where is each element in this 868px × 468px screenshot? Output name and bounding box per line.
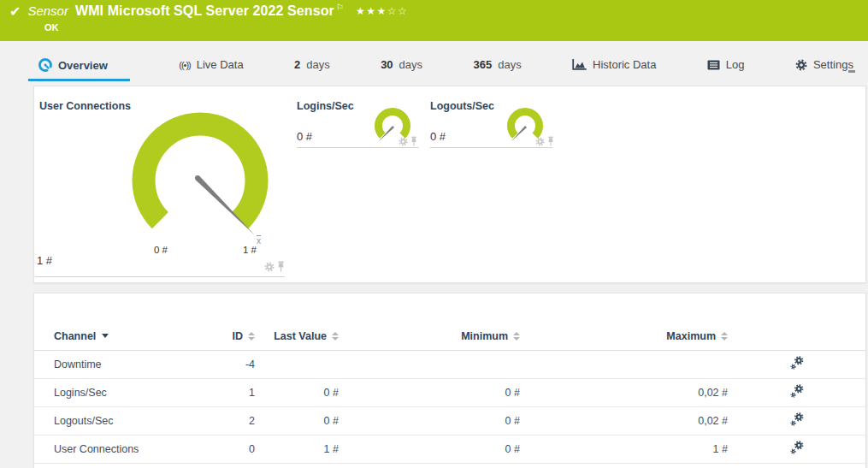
column-header-minimum-label: Minimum xyxy=(461,330,508,342)
cell-last-value xyxy=(255,350,339,378)
cell-channel: Logouts/Sec xyxy=(34,406,189,435)
channel-settings-gears-icon[interactable] xyxy=(790,356,804,373)
tab-live-data[interactable]: ((•)) Live Data xyxy=(177,55,245,78)
cell-maximum: 1 # xyxy=(520,435,728,463)
broadcast-icon: ((•)) xyxy=(179,60,191,70)
user-connections-gauge xyxy=(123,105,277,259)
log-list-icon xyxy=(707,60,720,70)
cell-channel: Logins/Sec xyxy=(34,378,189,406)
table-header-row: Channel ID Last Value Minimum Maximum xyxy=(34,323,865,350)
priority-flag-icon[interactable]: ⚐ xyxy=(336,3,344,12)
tab-30-days-number: 30 xyxy=(381,58,393,71)
cell-id: -4 xyxy=(189,350,255,378)
gauge-panel-logouts: Logouts/Sec 0 # xyxy=(429,86,554,155)
panel-divider xyxy=(297,147,419,148)
gauge-max-label: 1 # xyxy=(243,245,257,255)
gauge-value: 0 # xyxy=(297,130,312,143)
table-row: Downtime -4 xyxy=(34,350,865,378)
cell-minimum: 0 # xyxy=(339,435,520,463)
tab-log[interactable]: Log xyxy=(706,55,747,78)
tab-historic-data-label: Historic Data xyxy=(593,58,656,71)
cell-channel: User Connections xyxy=(34,435,189,463)
tab-overview-label: Overview xyxy=(58,59,108,72)
column-header-last-value[interactable]: Last Value xyxy=(255,323,339,350)
sort-icon xyxy=(513,332,520,341)
page-title: WMI Microsoft SQL Server 2022 Sensor xyxy=(75,3,334,19)
cell-maximum: 0,02 # xyxy=(520,406,728,435)
gauge-needle-hub xyxy=(195,175,200,181)
table-row: Logouts/Sec 2 0 # 0 # 0,02 # xyxy=(34,406,865,435)
cell-id: 2 xyxy=(189,406,255,435)
channel-settings-gears-icon[interactable] xyxy=(790,384,804,401)
tab-365-days-number: 365 xyxy=(473,58,492,71)
channel-settings-gears-icon[interactable] xyxy=(790,441,804,458)
gear-icon xyxy=(795,59,807,71)
table-row: User Connections 0 1 # 0 # 1 # xyxy=(34,435,865,463)
column-header-maximum[interactable]: Maximum xyxy=(520,323,728,350)
cell-last-value: 0 # xyxy=(255,406,339,435)
gauge-arc xyxy=(379,112,407,136)
gauge-arc xyxy=(511,112,540,136)
sort-icon xyxy=(248,332,255,341)
sort-icon xyxy=(721,332,728,341)
cell-maximum: 0,02 # xyxy=(520,378,728,406)
column-header-maximum-label: Maximum xyxy=(666,330,716,342)
column-header-id[interactable]: ID xyxy=(189,323,255,350)
cell-id: 1 xyxy=(189,378,255,406)
gauge-arc xyxy=(144,124,257,221)
area-chart-icon xyxy=(572,59,587,71)
channels-table: Channel ID Last Value Minimum Maximum xyxy=(34,323,865,464)
panel-divider xyxy=(35,276,285,277)
tab-2-days-unit: days xyxy=(306,58,329,71)
channels-table-card: Channel ID Last Value Minimum Maximum xyxy=(33,293,866,468)
cell-channel: Downtime xyxy=(34,350,189,378)
sort-icon xyxy=(332,332,339,341)
cell-maximum xyxy=(520,350,728,378)
stars-empty[interactable]: ☆☆ xyxy=(387,5,409,17)
column-header-minimum[interactable]: Minimum xyxy=(339,323,520,350)
status-badge: OK xyxy=(44,22,59,33)
tab-365-days-unit: days xyxy=(498,58,521,71)
cell-minimum: 0 # xyxy=(339,378,520,406)
channel-gear-icon[interactable] xyxy=(264,260,275,275)
cell-minimum: 0 # xyxy=(339,406,520,435)
tab-historic-data[interactable]: Historic Data xyxy=(570,55,658,78)
tab-30-days[interactable]: 30 days xyxy=(379,55,424,78)
tab-settings-label: Settings xyxy=(813,58,853,71)
tab-2-days-number: 2 xyxy=(294,58,300,71)
star-rating[interactable]: ★★★☆☆ xyxy=(356,5,408,17)
tab-2-days[interactable]: 2 days xyxy=(292,55,332,78)
tab-365-days[interactable]: 365 days xyxy=(471,55,523,78)
tab-live-data-label: Live Data xyxy=(197,58,244,71)
tab-settings[interactable]: Settings xyxy=(794,55,855,78)
cell-last-value: 1 # xyxy=(255,435,339,463)
gauge-panel-logins: Logins/Sec 0 # xyxy=(296,86,421,155)
average-marker: x xyxy=(257,236,261,246)
column-header-id-label: ID xyxy=(233,330,244,342)
column-header-channel-label: Channel xyxy=(54,330,96,342)
column-header-actions xyxy=(728,323,865,350)
gauge-title: Logins/Sec xyxy=(297,100,354,112)
table-row: Logins/Sec 1 0 # 0 # 0,02 # xyxy=(34,378,865,406)
tab-overview[interactable]: Overview xyxy=(28,55,130,81)
gauges-card: User Connections x 0 # 1 # 1 # xyxy=(33,86,866,283)
pin-icon[interactable] xyxy=(277,260,285,275)
cell-minimum xyxy=(339,350,520,378)
cell-id: 0 xyxy=(189,435,255,463)
tab-30-days-unit: days xyxy=(399,58,422,71)
gauge-title: Logouts/Sec xyxy=(430,100,494,112)
gauge-title: User Connections xyxy=(39,100,131,112)
gauge-value: 0 # xyxy=(430,130,446,143)
column-header-channel[interactable]: Channel xyxy=(34,323,189,350)
object-kind-label: Sensor xyxy=(27,3,68,18)
panel-divider xyxy=(430,147,552,148)
sort-desc-icon xyxy=(102,334,109,338)
status-check-icon: ✔ xyxy=(9,3,21,20)
gauge-icon xyxy=(38,58,52,72)
stars-filled[interactable]: ★★★ xyxy=(356,5,387,17)
column-header-last-value-label: Last Value xyxy=(274,330,327,342)
channel-settings-gears-icon[interactable] xyxy=(790,412,804,429)
gauge-value: 1 # xyxy=(37,254,52,267)
sensor-header-bar: ✔ Sensor WMI Microsoft SQL Server 2022 S… xyxy=(0,0,868,41)
tab-log-label: Log xyxy=(726,58,745,71)
